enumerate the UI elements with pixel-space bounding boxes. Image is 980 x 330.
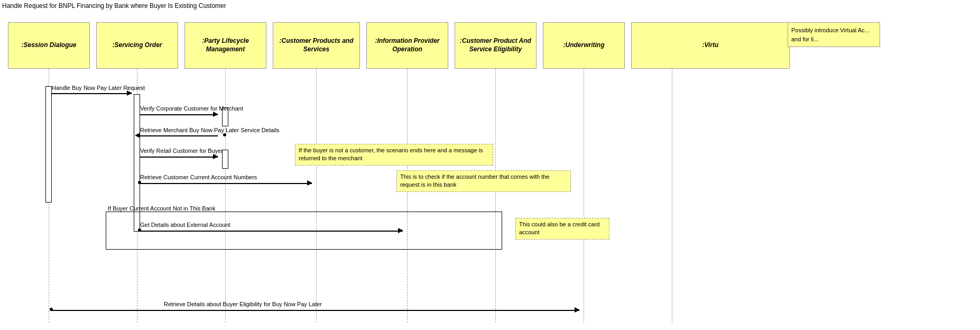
arrowhead-verify-retail <box>213 154 218 159</box>
swimlane-customer-products: :Customer Products and Services <box>273 22 360 69</box>
lifeline-info-provider <box>407 69 408 323</box>
arrowhead-retrieve-accounts <box>307 180 312 186</box>
arrowhead-retrieve-merchant <box>135 133 140 138</box>
arrow-bnpl-request <box>52 93 132 94</box>
note-credit-card: This could also be a credit card account <box>515 218 609 240</box>
right-panel-note: Possibly introduce Virtual Ac... and for… <box>788 22 880 47</box>
label-verify-corporate: Verify Corporate Customer for Merchant <box>140 105 243 112</box>
note-check-account: This is to check if the account number t… <box>396 170 571 192</box>
dot-get-details <box>138 228 141 232</box>
label-get-details: Get Details about External Account <box>140 222 230 228</box>
arrow-retrieve-eligibility <box>52 310 579 311</box>
lifeline-eligibility <box>495 69 496 323</box>
arrow-verify-corporate <box>140 114 218 115</box>
diagram-container: Handle Request for BNPL Financing by Ban… <box>0 0 980 330</box>
swimlane-eligibility: :Customer Product And Service Eligibilit… <box>455 22 537 69</box>
note-buyer-not-customer: If the buyer is not a customer, the scen… <box>295 144 493 166</box>
swimlane-info-provider: :Information Provider Operation <box>366 22 448 69</box>
arrow-retrieve-accounts <box>140 183 312 184</box>
arrowhead-bnpl-request <box>127 90 132 96</box>
swimlane-party: :Party Lifecycle Management <box>184 22 266 69</box>
dot-retrieve-accounts <box>138 181 141 184</box>
arrowhead-retrieve-eligibility <box>575 307 580 313</box>
label-verify-retail: Verify Retail Customer for Buyer <box>140 148 223 154</box>
label-retrieve-accounts: Retrieve Customer Current Account Number… <box>140 174 257 180</box>
arrow-verify-retail <box>140 157 218 158</box>
dot-retrieve-eligibility <box>50 308 53 311</box>
arrow-get-details <box>140 231 403 232</box>
dot-retrieve-merchant <box>223 133 226 136</box>
fragment-label: If Buyer Current Account Not in This Ban… <box>108 205 215 212</box>
page-title: Handle Request for BNPL Financing by Ban… <box>2 2 226 10</box>
swimlane-virtual: :Virtu <box>631 22 790 69</box>
lifeline-underwriting <box>584 69 584 323</box>
arrowhead-get-details <box>398 228 403 233</box>
activation-session <box>45 86 52 203</box>
swimlane-session: :Session Dialogue <box>8 22 90 69</box>
lifeline-virtual <box>672 69 672 323</box>
swimlane-underwriting: :Underwriting <box>543 22 625 69</box>
label-retrieve-merchant: Retrieve Merchant Buy Now Pay Later Serv… <box>140 127 280 133</box>
lifeline-customer-products <box>316 69 317 323</box>
label-retrieve-eligibility: Retrieve Details about Buyer Eligibility… <box>164 301 322 307</box>
arrowhead-verify-corporate <box>213 112 218 117</box>
arrow-retrieve-merchant <box>140 135 218 136</box>
label-bnpl-request: Handle Buy Now Pay Later Request <box>52 85 145 91</box>
swimlane-servicing: :Servicing Order <box>96 22 178 69</box>
